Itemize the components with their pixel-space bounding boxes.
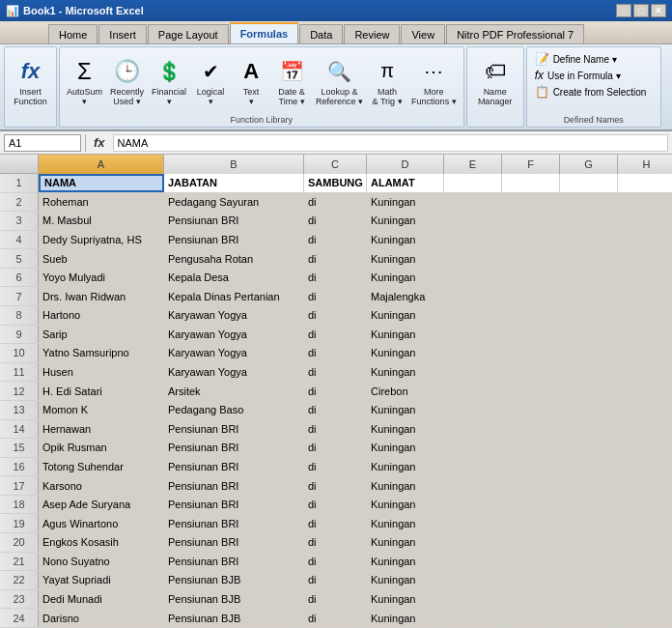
cell-H14[interactable]	[618, 420, 672, 439]
cell-B7[interactable]: Kepala Dinas Pertanian	[164, 287, 304, 305]
cell-E9[interactable]	[444, 326, 502, 344]
cell-E11[interactable]	[444, 363, 502, 382]
table-row[interactable]: 17KarsonoPensiunan BRIdiKuningan	[0, 476, 672, 496]
cell-G17[interactable]	[560, 476, 618, 495]
col-header-E[interactable]: E	[444, 155, 502, 174]
cell-F21[interactable]	[502, 553, 560, 571]
cell-E14[interactable]	[444, 420, 502, 439]
cell-B4[interactable]: Pensiunan BRI	[164, 231, 304, 249]
table-row[interactable]: 16Totong SuhendarPensiunan BRIdiKuningan	[0, 458, 672, 477]
financial-button[interactable]: 💲 Financial▾	[149, 54, 189, 109]
cell-G16[interactable]	[560, 458, 618, 476]
cell-D16[interactable]: Kuningan	[367, 458, 444, 476]
cell-A6[interactable]: Yoyo Mulyadi	[39, 269, 164, 287]
cell-H9[interactable]	[618, 326, 672, 344]
cell-G4[interactable]	[560, 231, 618, 249]
close-button[interactable]: ✕	[651, 4, 666, 17]
cell-G11[interactable]	[560, 363, 618, 382]
cell-B20[interactable]: Pensiunan BRI	[164, 533, 304, 552]
cell-C3[interactable]: di	[304, 212, 367, 230]
tab-insert[interactable]: Insert	[98, 24, 147, 43]
logical-button[interactable]: ✔ Logical▾	[191, 54, 230, 109]
cell-H22[interactable]	[618, 571, 672, 589]
cell-H4[interactable]	[618, 231, 672, 249]
cell-D19[interactable]: Kuningan	[367, 514, 444, 532]
cell-A22[interactable]: Yayat Supriadi	[39, 571, 164, 589]
cell-A18[interactable]: Asep Ade Suryana	[39, 496, 164, 514]
table-row[interactable]: 19Agus WinartonoPensiunan BRIdiKuningan	[0, 514, 672, 533]
lookup-reference-button[interactable]: 🔍 Lookup &Reference ▾	[313, 54, 366, 109]
cell-F22[interactable]	[502, 571, 560, 589]
cell-D14[interactable]: Kuningan	[367, 420, 444, 439]
cell-E18[interactable]	[444, 496, 502, 514]
cell-C23[interactable]: di	[304, 590, 367, 609]
cell-D5[interactable]: Kuningan	[367, 249, 444, 268]
cell-G7[interactable]	[560, 287, 618, 305]
cell-G20[interactable]	[560, 533, 618, 552]
cell-G3[interactable]	[560, 212, 618, 230]
cell-C2[interactable]: di	[304, 193, 367, 212]
table-row[interactable]: 5SuebPengusaha RotandiKuningan	[0, 249, 672, 269]
cell-D9[interactable]: Kuningan	[367, 326, 444, 344]
table-row[interactable]: 10Yatno SamsuripnoKaryawan YogyadiKuning…	[0, 344, 672, 363]
cell-H17[interactable]	[618, 476, 672, 495]
cell-C20[interactable]: di	[304, 533, 367, 552]
cell-C8[interactable]: di	[304, 306, 367, 325]
cell-E2[interactable]	[444, 193, 502, 212]
cell-D20[interactable]: Kuningan	[367, 533, 444, 552]
table-row[interactable]: 20Engkos KosasihPensiunan BRIdiKuningan	[0, 533, 672, 553]
cell-A23[interactable]: Dedi Munadi	[39, 590, 164, 609]
cell-B10[interactable]: Karyawan Yogya	[164, 344, 304, 362]
cell-F5[interactable]	[502, 249, 560, 268]
tab-nitro[interactable]: Nitro PDF Professional 7	[446, 24, 584, 43]
cell-D8[interactable]: Kuningan	[367, 306, 444, 325]
maximize-button[interactable]: □	[633, 4, 649, 17]
cell-B22[interactable]: Pensiunan BJB	[164, 571, 304, 589]
cell-E3[interactable]	[444, 212, 502, 230]
cell-H13[interactable]	[618, 401, 672, 419]
cell-G8[interactable]	[560, 306, 618, 325]
define-name-button[interactable]: 📝 Define Name ▾	[533, 51, 655, 67]
cell-A2[interactable]: Roheman	[39, 193, 164, 212]
cell-F14[interactable]	[502, 420, 560, 439]
table-row[interactable]: 4Dedy Supriyatna, HSPensiunan BRIdiKunin…	[0, 231, 672, 250]
table-row[interactable]: 14HernawanPensiunan BRIdiKuningan	[0, 420, 672, 440]
table-row[interactable]: 9SaripKaryawan YogyadiKuningan	[0, 326, 672, 345]
col-header-C[interactable]: C	[304, 155, 367, 174]
cell-E4[interactable]	[444, 231, 502, 249]
cell-C13[interactable]: di	[304, 401, 367, 419]
cell-B2[interactable]: Pedagang Sayuran	[164, 193, 304, 212]
cell-G1[interactable]	[560, 174, 618, 192]
cell-F15[interactable]	[502, 439, 560, 457]
cell-F19[interactable]	[502, 514, 560, 532]
cell-B11[interactable]: Karyawan Yogya	[164, 363, 304, 382]
cell-E5[interactable]	[444, 249, 502, 268]
cell-H11[interactable]	[618, 363, 672, 382]
cell-F6[interactable]	[502, 269, 560, 287]
table-row[interactable]: 12H. Edi SatariArsitekdiCirebon	[0, 382, 672, 401]
datetime-button[interactable]: 📅 Date &Time ▾	[272, 54, 311, 109]
cell-C4[interactable]: di	[304, 231, 367, 249]
create-from-selection-button[interactable]: 📋 Create from Selection	[533, 84, 655, 100]
cell-E23[interactable]	[444, 590, 502, 609]
cell-C5[interactable]: di	[304, 249, 367, 268]
minimize-button[interactable]: _	[616, 4, 631, 17]
cell-C14[interactable]: di	[304, 420, 367, 439]
cell-B15[interactable]: Pensiunan BRI	[164, 439, 304, 457]
cell-B6[interactable]: Kepala Desa	[164, 269, 304, 287]
cell-B12[interactable]: Arsitek	[164, 382, 304, 400]
cell-D22[interactable]: Kuningan	[367, 571, 444, 589]
more-functions-button[interactable]: ⋯ MoreFunctions ▾	[408, 54, 460, 109]
cell-C6[interactable]: di	[304, 269, 367, 287]
table-row[interactable]: 23Dedi MunadiPensiunan BJBdiKuningan	[0, 590, 672, 610]
cell-H16[interactable]	[618, 458, 672, 476]
cell-B14[interactable]: Pensiunan BRI	[164, 420, 304, 439]
cell-B1[interactable]: JABATAN	[164, 174, 304, 192]
cell-D2[interactable]: Kuningan	[367, 193, 444, 212]
cell-D1[interactable]: ALAMAT	[367, 174, 444, 192]
math-trig-button[interactable]: π Math& Trig ▾	[368, 54, 406, 109]
cell-A15[interactable]: Opik Rusman	[39, 439, 164, 457]
cell-H12[interactable]	[618, 382, 672, 400]
cell-H8[interactable]	[618, 306, 672, 325]
cell-B16[interactable]: Pensiunan BRI	[164, 458, 304, 476]
